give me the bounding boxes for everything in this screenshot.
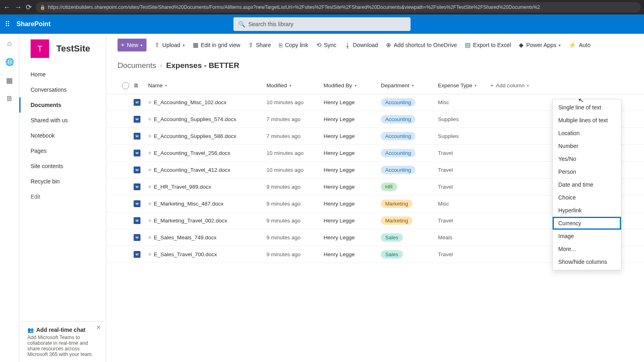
nav-item-recycle-bin[interactable]: Recycle bin: [19, 174, 106, 189]
close-icon[interactable]: ✕: [96, 324, 101, 331]
column-name-header[interactable]: Name▾: [148, 82, 266, 88]
files-icon[interactable]: 🗎: [6, 95, 13, 103]
export-excel-button[interactable]: ▤Export to Excel: [465, 41, 511, 49]
file-name-cell[interactable]: ✲E_Marketing_Misc_487.docx: [148, 201, 266, 207]
search-placeholder: Search this library: [248, 21, 293, 27]
modified-by-cell: Henry Legge: [324, 150, 381, 156]
sync-pending-icon: ✲: [148, 117, 151, 121]
department-cell: Marketing: [381, 216, 438, 225]
modified-cell: 10 minutes ago: [266, 99, 324, 105]
modified-by-cell: Henry Legge: [324, 99, 381, 105]
column-type-option-currency[interactable]: Currency: [553, 217, 621, 230]
nav-item-home[interactable]: Home: [19, 67, 106, 82]
chevron-down-icon: ▾: [289, 83, 291, 88]
suite-bar: ⠿ SharePoint 🔍 Search this library: [0, 14, 644, 34]
nav-item-documents[interactable]: Documents: [19, 97, 106, 113]
download-button[interactable]: ⭳Download: [345, 42, 378, 49]
link-icon: ⎘: [279, 42, 283, 49]
column-type-option-choice[interactable]: Choice: [553, 191, 621, 204]
modified-by-cell: Henry Legge: [324, 133, 381, 139]
modified-by-cell: Henry Legge: [324, 116, 381, 122]
modified-cell: 10 minutes ago: [266, 150, 324, 156]
column-type-option-show-hide-columns[interactable]: Show/hide columns: [553, 255, 621, 268]
file-name-cell[interactable]: ✲E_Sales_Meals_749.docx: [148, 234, 266, 241]
column-department-header[interactable]: Department▾: [381, 82, 438, 88]
browser-reload-icon[interactable]: ⟳: [26, 3, 32, 12]
chevron-down-icon: ▾: [527, 83, 529, 88]
globe-icon[interactable]: 🌐: [5, 58, 14, 66]
expense-type-cell: Travel: [438, 251, 490, 257]
file-type-cell: W: [134, 99, 148, 106]
file-name-cell[interactable]: ✲E_HR_Travel_989.docx: [148, 184, 266, 190]
column-type-option-date-and-time[interactable]: Date and time: [553, 178, 621, 191]
column-type-option-more-[interactable]: More...: [553, 243, 621, 255]
nav-item-notebook[interactable]: Notebook: [19, 128, 106, 143]
modified-cell: 9 minutes ago: [266, 234, 324, 241]
plus-icon: +: [490, 82, 493, 88]
file-name-cell[interactable]: ✲E_Accounting_Misc_102.docx: [148, 99, 266, 105]
share-button[interactable]: ⇪Share: [248, 41, 271, 49]
upload-button[interactable]: ⇧Upload▾: [155, 41, 184, 49]
nav-item-conversations[interactable]: Conversations: [19, 82, 106, 97]
column-type-option-hyperlink[interactable]: Hyperlink: [553, 204, 621, 217]
column-modified-header[interactable]: Modified▾: [266, 82, 324, 88]
home-icon[interactable]: ⌂: [7, 39, 12, 48]
copy-link-button[interactable]: ⎘Copy link: [279, 42, 308, 49]
edit-grid-button[interactable]: ▦Edit in grid view: [193, 41, 240, 49]
site-title[interactable]: TestSite: [56, 43, 90, 54]
chevron-down-icon: ▾: [165, 83, 167, 88]
file-name-cell[interactable]: ✲E_Sales_Travel_700.docx: [148, 251, 266, 257]
expense-type-cell: Supplies: [438, 116, 490, 122]
add-column-dropdown: Single line of textMultiple lines of tex…: [552, 99, 621, 270]
column-type-option-yes-no[interactable]: Yes/No: [553, 152, 621, 165]
column-type-option-person[interactable]: Person: [553, 165, 621, 178]
upload-label: Upload: [162, 42, 180, 48]
chevron-down-icon: ▾: [412, 83, 414, 88]
share-label: Share: [256, 42, 271, 48]
file-type-cell: W: [134, 133, 148, 140]
file-type-cell: W: [134, 150, 148, 156]
column-department-label: Department: [381, 82, 409, 88]
brand-label[interactable]: SharePoint: [17, 21, 50, 28]
file-name-cell[interactable]: ✲E_Accounting_Travel_256.docx: [148, 150, 266, 156]
nav-item-pages[interactable]: Pages: [19, 143, 106, 158]
search-input[interactable]: 🔍 Search this library: [233, 17, 411, 31]
app-launcher-icon[interactable]: ⠿: [5, 20, 10, 29]
url-text: https://citizenbuilders.sharepoint.com/s…: [48, 4, 540, 10]
news-icon[interactable]: ▦: [6, 76, 13, 85]
modified-cell: 9 minutes ago: [266, 251, 324, 257]
column-type-header[interactable]: 🗎: [134, 82, 148, 88]
file-name-cell[interactable]: ✲E_Accounting_Supplies_586.docx: [148, 133, 266, 139]
expense-type-cell: Travel: [438, 184, 490, 190]
power-apps-button[interactable]: ◆Power Apps▾: [519, 41, 561, 49]
url-bar[interactable]: 🔒 https://citizenbuilders.sharepoint.com…: [36, 2, 641, 12]
chevron-right-icon: ›: [160, 62, 162, 69]
sync-pending-icon: ✲: [148, 134, 151, 138]
file-name-cell[interactable]: ✲E_Marketing_Travel_002.docx: [148, 218, 266, 224]
breadcrumb-root[interactable]: Documents: [118, 61, 156, 70]
chevron-down-icon: ▾: [475, 83, 477, 88]
automate-button[interactable]: ⚡Auto: [569, 41, 590, 49]
browser-back-icon[interactable]: ←: [3, 3, 10, 12]
column-type-option-multiple-lines-of-text[interactable]: Multiple lines of text: [553, 114, 621, 127]
column-type-option-location[interactable]: Location: [553, 127, 621, 140]
new-button[interactable]: + New ▾: [118, 39, 147, 51]
browser-forward-icon[interactable]: →: [14, 3, 22, 12]
select-all[interactable]: [118, 82, 134, 89]
nav-edit-link[interactable]: Edit: [19, 189, 106, 204]
modified-cell: 9 minutes ago: [266, 184, 324, 190]
column-type-option-image[interactable]: Image: [553, 230, 621, 243]
column-expense-type-header[interactable]: Expense Type▾: [438, 82, 490, 88]
word-icon: W: [134, 234, 140, 241]
column-type-option-single-line-of-text[interactable]: Single line of text: [553, 101, 621, 114]
file-name-cell[interactable]: ✲E_Accounting_Travel_412.docx: [148, 167, 266, 173]
nav-item-site-contents[interactable]: Site contents: [19, 158, 106, 174]
nav-item-shared-with-us[interactable]: Shared with us: [19, 113, 106, 128]
add-column-button[interactable]: +Add column▾: [490, 82, 543, 88]
column-modified-by-header[interactable]: Modified By▾: [324, 82, 381, 88]
file-name-cell[interactable]: ✲E_Accounting_Supplies_574.docx: [148, 116, 266, 122]
site-logo[interactable]: T: [31, 39, 49, 58]
shortcut-button[interactable]: ⊕Add shortcut to OneDrive: [386, 41, 457, 49]
column-type-option-number[interactable]: Number: [553, 140, 621, 152]
sync-button[interactable]: ⟲Sync: [316, 41, 336, 49]
